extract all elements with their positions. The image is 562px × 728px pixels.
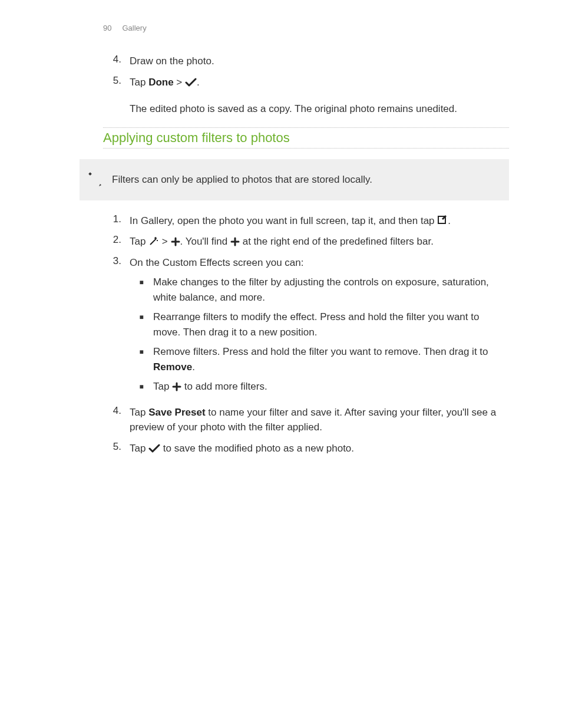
step-text: Tap Save Preset to name your filter and … [130, 405, 509, 435]
procedure-steps: 1. In Gallery, open the photo you want i… [0, 213, 509, 456]
magic-wand-icon [148, 236, 159, 246]
section-heading: Applying custom filters to photos [103, 128, 509, 148]
bullet-marker: ■ [130, 309, 153, 340]
plus-icon [171, 237, 180, 246]
step-number: 4. [0, 54, 130, 69]
step-text: Tap to save the modified photo as a new … [130, 441, 509, 456]
sub-bullets: ■Make changes to the filter by adjusting… [130, 275, 509, 394]
bullet-text: Remove filters. Press and hold the filte… [153, 344, 509, 374]
step-text: Tap Done > . [130, 75, 509, 90]
step-number: 5. [0, 441, 130, 456]
steps-continuation: 4. Draw on the photo. 5. Tap Done > . [0, 54, 509, 90]
edit-icon [437, 215, 448, 226]
step-text: Draw on the photo. [130, 54, 509, 69]
check-icon [148, 444, 160, 453]
check-icon [185, 78, 197, 87]
pen-icon [87, 171, 105, 189]
bullet-marker: ■ [130, 379, 153, 394]
bullet-text: Tap to add more filters. [153, 379, 509, 394]
step-number: 5. [0, 75, 130, 90]
step-number: 2. [0, 234, 130, 249]
step-number: 4. [0, 405, 130, 435]
bullet-text: Rearrange filters to modify the effect. … [153, 309, 509, 340]
step-number: 1. [0, 213, 130, 229]
page-number: 90 [103, 24, 111, 32]
section-name: Gallery [122, 24, 146, 32]
step-note: The edited photo is saved as a copy. The… [130, 101, 509, 117]
plus-icon [230, 237, 240, 246]
step-text: On the Custom Effects screen you can: ■M… [130, 255, 509, 399]
step-number: 3. [0, 255, 130, 399]
page-header: 90 Gallery [103, 24, 509, 32]
bullet-text: Make changes to the filter by adjusting … [153, 275, 509, 305]
info-text: Filters can only be applied to photos th… [112, 174, 497, 186]
info-box: Filters can only be applied to photos th… [80, 159, 509, 200]
step-text: In Gallery, open the photo you want in f… [130, 213, 509, 229]
plus-icon [172, 382, 181, 391]
bullet-marker: ■ [130, 275, 153, 305]
bullet-marker: ■ [130, 344, 153, 374]
step-text: Tap > . You'll find at the right end of … [130, 234, 509, 249]
